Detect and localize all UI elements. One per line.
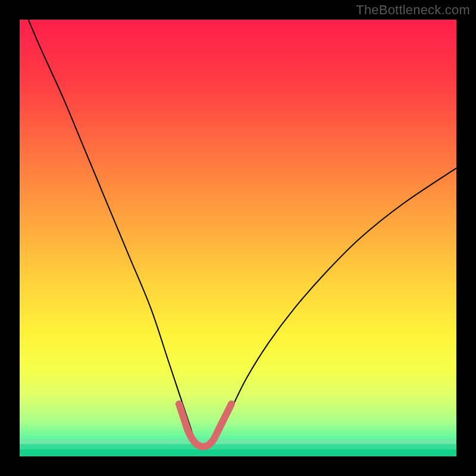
gradient-background (20, 20, 456, 456)
chart-svg (20, 20, 456, 456)
green-band-0 (20, 439, 456, 444)
watermark-text: TheBottleneck.com (356, 2, 470, 18)
chart-frame: TheBottleneck.com (0, 0, 476, 476)
plot-area (20, 20, 456, 456)
green-band-1 (20, 444, 456, 449)
green-band-2 (20, 449, 456, 456)
